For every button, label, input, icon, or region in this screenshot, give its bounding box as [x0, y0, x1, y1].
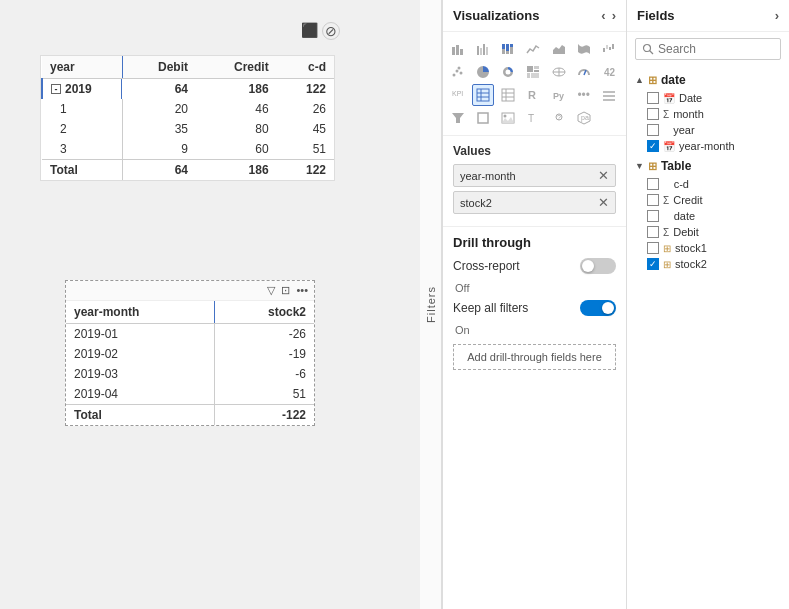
remove-field-chip-icon[interactable]: ✕: [598, 168, 609, 183]
viz-shape-icon[interactable]: [472, 107, 494, 129]
viz-grouped-bar-icon[interactable]: [472, 38, 494, 60]
cross-report-value: Off: [455, 282, 616, 294]
canvas-top-icons: ⬛ ⊘: [301, 22, 340, 40]
svg-rect-15: [606, 45, 608, 49]
viz-donut-icon[interactable]: [497, 61, 519, 83]
bar-chart-icon[interactable]: ⬛: [301, 22, 318, 40]
viz-waterfall-icon[interactable]: [598, 38, 620, 60]
viz-kpi-icon[interactable]: KPI: [447, 84, 469, 106]
viz-area-icon[interactable]: [548, 38, 570, 60]
field-item-Debit[interactable]: Σ Debit: [627, 224, 789, 240]
fields-expand-icon[interactable]: ›: [775, 8, 779, 23]
field-item-year-month[interactable]: ✓ 📅 year-month: [627, 138, 789, 154]
drill-through-title: Drill through: [453, 235, 616, 250]
viz-gauge-icon[interactable]: [573, 61, 595, 83]
svg-rect-23: [527, 66, 533, 72]
cross-report-row: Cross-report: [453, 258, 616, 274]
svg-marker-50: [502, 117, 514, 123]
field-label-stock2: stock2: [675, 258, 707, 270]
sigma-icon-month: Σ: [663, 109, 669, 120]
checkbox-Date[interactable]: [647, 92, 659, 104]
viz-py-icon[interactable]: Py: [548, 84, 570, 106]
calendar-icon-year-month: 📅: [663, 141, 675, 152]
expand-table-icon[interactable]: ⊡: [281, 284, 290, 297]
svg-point-51: [504, 115, 507, 118]
svg-point-21: [458, 67, 461, 70]
viz-panel-header: Visualizations ‹ ›: [443, 0, 626, 32]
viz-map-icon[interactable]: [548, 61, 570, 83]
toggle-thumb-on: [602, 302, 614, 314]
no-viz-icon[interactable]: ⊘: [322, 22, 340, 40]
checkbox-month[interactable]: [647, 108, 659, 120]
table-row-total: Total 64 186 122: [42, 160, 334, 181]
field-item-Credit[interactable]: Σ Credit: [627, 192, 789, 208]
svg-rect-4: [480, 48, 482, 55]
field-chip-year-month[interactable]: year-month ✕: [453, 164, 616, 187]
viz-more-icon[interactable]: •••: [573, 84, 595, 106]
field-group-date-header[interactable]: ▲ ⊞ date: [627, 70, 789, 90]
svg-line-58: [650, 51, 654, 55]
viz-qna-icon[interactable]: ?: [548, 107, 570, 129]
checkbox-cd[interactable]: [647, 178, 659, 190]
field-item-cd[interactable]: X c-d: [627, 176, 789, 192]
more-icon[interactable]: •••: [296, 284, 308, 297]
col-year: year: [42, 56, 122, 79]
cross-report-label: Cross-report: [453, 259, 520, 273]
field-group-Table-header[interactable]: ▼ ⊞ Table: [627, 156, 789, 176]
date-table-icon: ⊞: [648, 74, 657, 87]
viz-image-icon[interactable]: [497, 107, 519, 129]
checkbox-date-table[interactable]: [647, 210, 659, 222]
viz-slicer-icon[interactable]: [598, 84, 620, 106]
drill-add-area[interactable]: Add drill-through fields here: [453, 344, 616, 370]
viz-nav-next[interactable]: ›: [612, 8, 616, 23]
viz-scatter-icon[interactable]: [447, 61, 469, 83]
viz-ribbon-icon[interactable]: [573, 38, 595, 60]
viz-textbox-icon[interactable]: T: [522, 107, 544, 129]
remove-field-chip-icon[interactable]: ✕: [598, 195, 609, 210]
viz-nav-prev[interactable]: ‹: [601, 8, 605, 23]
checkbox-stock1[interactable]: [647, 242, 659, 254]
viz-line-icon[interactable]: [522, 38, 544, 60]
filter-icon[interactable]: ▽: [267, 284, 275, 297]
field-item-year[interactable]: Σ year: [627, 122, 789, 138]
field-item-date-table[interactable]: X date: [627, 208, 789, 224]
checkbox-Debit[interactable]: [647, 226, 659, 238]
viz-pie-icon[interactable]: [472, 61, 494, 83]
viz-stacked-bar-icon[interactable]: [447, 38, 469, 60]
viz-treemap-icon[interactable]: [522, 61, 544, 83]
svg-point-18: [453, 74, 456, 77]
viz-matrix-icon[interactable]: [497, 84, 519, 106]
field-item-Date[interactable]: 📅 Date: [627, 90, 789, 106]
field-item-month[interactable]: Σ month: [627, 106, 789, 122]
svg-text:R: R: [528, 89, 536, 101]
checkbox-year-month[interactable]: ✓: [647, 140, 659, 152]
svg-rect-38: [502, 89, 514, 101]
viz-card-icon[interactable]: 42: [598, 61, 620, 83]
drill-through-section: Drill through Cross-report Off Keep all …: [443, 227, 626, 378]
keep-filters-toggle[interactable]: [580, 300, 616, 316]
viz-r-icon[interactable]: R: [522, 84, 544, 106]
search-icon: [642, 43, 654, 55]
top-table-container: year Debit Credit c-d - 2019 64 186: [40, 55, 335, 181]
viz-table-icon[interactable]: [472, 84, 494, 106]
filters-label: Filters: [425, 286, 437, 323]
field-group-date-label: date: [661, 73, 686, 87]
field-item-stock2[interactable]: ✓ ⊞ stock2: [627, 256, 789, 272]
col-credit: Credit: [196, 56, 277, 79]
viz-100pct-bar-icon[interactable]: [497, 38, 519, 60]
search-box[interactable]: [635, 38, 781, 60]
table-row: 2019-01 -26: [66, 324, 314, 345]
checkbox-Credit[interactable]: [647, 194, 659, 206]
checkbox-stock2[interactable]: ✓: [647, 258, 659, 270]
field-item-stock1[interactable]: ⊞ stock1: [627, 240, 789, 256]
cross-report-toggle[interactable]: [580, 258, 616, 274]
keep-filters-row: Keep all filters: [453, 300, 616, 316]
svg-rect-3: [477, 46, 479, 55]
field-chip-stock2[interactable]: stock2 ✕: [453, 191, 616, 214]
svg-rect-16: [609, 47, 611, 50]
viz-funnel-icon[interactable]: [447, 107, 469, 129]
search-input[interactable]: [658, 42, 774, 56]
expand-icon[interactable]: -: [51, 84, 61, 94]
viz-power-apps-icon[interactable]: pa: [573, 107, 595, 129]
checkbox-year[interactable]: [647, 124, 659, 136]
